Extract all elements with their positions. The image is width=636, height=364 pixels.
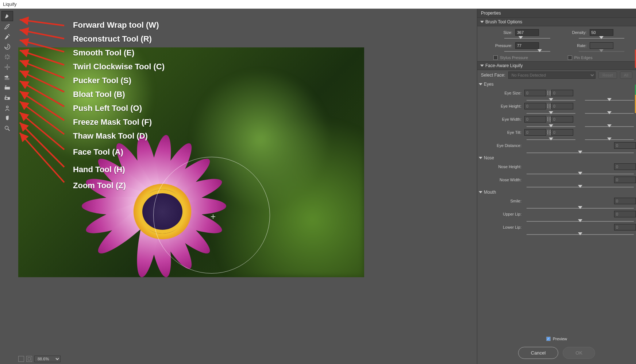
pin-edges-checkbox[interactable] bbox=[568, 55, 572, 60]
legend-forward-warp: Forward Wrap tool (W) bbox=[73, 20, 159, 30]
nose-width-input bbox=[614, 177, 636, 183]
eye-width-label: Eye Width: bbox=[479, 117, 524, 121]
smile-slider[interactable] bbox=[578, 206, 582, 209]
legend-bloat: Bloat Tool (B) bbox=[73, 90, 125, 99]
tool-face[interactable] bbox=[1, 103, 13, 113]
legend-push-left: Push Left Tool (O) bbox=[73, 104, 142, 113]
tool-hand[interactable] bbox=[1, 113, 13, 123]
nose-width-slider[interactable] bbox=[578, 185, 582, 188]
size-input[interactable] bbox=[515, 29, 539, 36]
link-icon[interactable]: ⛓ bbox=[546, 90, 551, 96]
eye-tilt-slider-l[interactable] bbox=[549, 138, 553, 140]
nose-width-label: Nose Width: bbox=[479, 178, 524, 182]
actual-pixels-icon[interactable] bbox=[26, 356, 32, 362]
tool-forward-warp[interactable] bbox=[1, 11, 13, 21]
stylus-checkbox bbox=[493, 55, 498, 60]
nose-height-label: Nose Height: bbox=[479, 164, 524, 169]
zoom-select[interactable]: 88.6% bbox=[34, 356, 61, 362]
lower-lip-label: Lower Lip: bbox=[479, 225, 524, 229]
link-icon[interactable]: ⛓ bbox=[546, 116, 551, 122]
svg-point-7 bbox=[6, 106, 8, 108]
eye-tilt-left bbox=[524, 129, 546, 136]
eye-height-label: Eye Height: bbox=[479, 104, 524, 108]
tool-push-left[interactable] bbox=[1, 72, 13, 82]
eye-distance-slider[interactable] bbox=[578, 151, 582, 154]
density-slider[interactable] bbox=[599, 36, 604, 39]
upper-lip-label: Upper Lip: bbox=[479, 212, 524, 216]
tool-zoom[interactable] bbox=[1, 123, 13, 133]
fit-screen-icon[interactable] bbox=[18, 356, 24, 362]
svg-point-0 bbox=[8, 24, 10, 26]
lower-lip-slider[interactable] bbox=[578, 232, 582, 235]
section-face-aware[interactable]: Face-Aware Liquify bbox=[477, 61, 636, 70]
upper-lip-input bbox=[614, 211, 636, 217]
tool-reconstruct[interactable] bbox=[1, 21, 13, 31]
tool-freeze-mask[interactable] bbox=[1, 82, 13, 93]
reset-button: Reset bbox=[598, 71, 617, 79]
eye-height-slider-r[interactable] bbox=[607, 111, 612, 114]
smile-label: Smile: bbox=[479, 199, 524, 203]
pressure-slider[interactable] bbox=[537, 49, 542, 52]
legend-zoom: Zoom Tool (Z) bbox=[73, 181, 126, 190]
tool-thaw-mask[interactable] bbox=[1, 93, 13, 103]
eye-width-slider-l[interactable] bbox=[549, 124, 553, 127]
legend-freeze: Freeze Mask Tool (F) bbox=[73, 117, 152, 127]
section-brush-options[interactable]: Brush Tool Options bbox=[477, 18, 636, 26]
svg-rect-6 bbox=[6, 98, 8, 99]
eye-distance-label: Eye Distance: bbox=[479, 143, 524, 148]
subsection-eyes[interactable]: Eyes bbox=[479, 82, 636, 87]
legend-pucker: Pucker Tool (S) bbox=[73, 76, 131, 85]
smile-input bbox=[614, 198, 636, 204]
svg-line-9 bbox=[20, 20, 64, 26]
ok-button[interactable]: OK bbox=[563, 347, 595, 359]
eye-tilt-slider-r[interactable] bbox=[607, 138, 612, 140]
canvas-footer: 88.6% bbox=[15, 354, 477, 364]
pressure-input[interactable] bbox=[515, 42, 539, 49]
collapse-icon bbox=[480, 65, 484, 67]
rate-input[interactable] bbox=[590, 42, 613, 49]
eye-height-left bbox=[524, 103, 546, 109]
legend-twirl: Twirl Clockwise Tool (C) bbox=[73, 62, 165, 71]
eye-size-slider-l[interactable] bbox=[549, 98, 553, 101]
cancel-button[interactable]: Cancel bbox=[518, 347, 558, 359]
pressure-label: Pressure: bbox=[482, 43, 515, 48]
tool-twirl[interactable] bbox=[1, 42, 13, 52]
eye-tilt-label: Eye Tilt: bbox=[479, 130, 524, 135]
pin-edges-label: Pin Edges bbox=[574, 55, 593, 60]
link-icon[interactable]: ⛓ bbox=[546, 129, 551, 135]
link-icon[interactable]: ⛓ bbox=[546, 103, 551, 109]
density-input[interactable] bbox=[590, 29, 613, 36]
tool-smooth[interactable] bbox=[1, 31, 13, 42]
eyes-title: Eyes bbox=[484, 82, 494, 87]
select-face-dropdown[interactable]: No Faces Detected bbox=[508, 71, 595, 79]
upper-lip-slider[interactable] bbox=[578, 219, 582, 222]
eye-height-slider-l[interactable] bbox=[549, 111, 553, 114]
svg-line-10 bbox=[20, 30, 64, 39]
tool-bloat[interactable] bbox=[1, 62, 13, 72]
legend-smooth: Smooth Tool (E) bbox=[73, 48, 134, 58]
eye-tilt-right bbox=[551, 129, 573, 136]
collapse-icon bbox=[479, 191, 482, 193]
tool-legend: Forward Wrap tool (W) Reconstruct Tool (… bbox=[58, 18, 468, 193]
subsection-nose[interactable]: Nose bbox=[479, 155, 636, 160]
eye-width-slider-r[interactable] bbox=[607, 124, 612, 127]
select-face-label: Select Face: bbox=[481, 73, 505, 78]
eye-size-slider-r[interactable] bbox=[607, 98, 612, 101]
size-slider[interactable] bbox=[519, 36, 523, 39]
subsection-mouth[interactable]: Mouth bbox=[479, 190, 636, 195]
nose-height-slider[interactable] bbox=[578, 172, 582, 175]
legend-reconstruct: Reconstruct Tool (R) bbox=[73, 34, 152, 44]
stylus-label: Stylus Pressure bbox=[500, 55, 528, 60]
collapse-icon bbox=[479, 83, 482, 85]
panel-title: Properties bbox=[477, 9, 636, 18]
nose-height-input bbox=[614, 163, 636, 170]
legend-face: Face Tool (A) bbox=[73, 147, 123, 157]
tool-pucker[interactable] bbox=[1, 52, 13, 62]
collapse-icon bbox=[479, 157, 482, 159]
preview-checkbox[interactable] bbox=[546, 337, 551, 341]
eye-distance-input bbox=[614, 142, 636, 149]
svg-rect-2 bbox=[5, 78, 9, 79]
nose-title: Nose bbox=[484, 155, 494, 160]
svg-point-8 bbox=[5, 126, 8, 129]
eye-width-left bbox=[524, 116, 546, 123]
